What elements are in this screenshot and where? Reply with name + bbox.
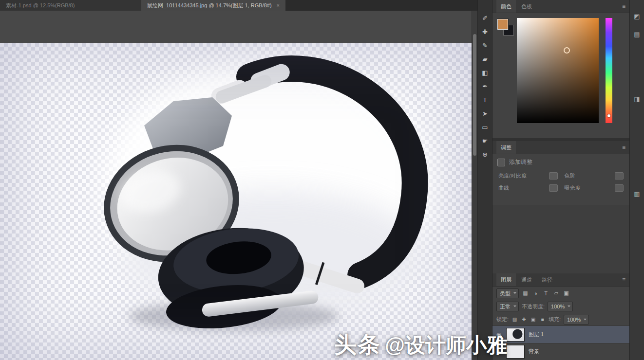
pen-tool-icon[interactable]: ✒ <box>479 81 491 92</box>
foreground-background-swatches <box>497 19 517 38</box>
document-tab-inactive-label: 素材-1.psd @ 12.5%(RGB/8) <box>6 2 75 8</box>
layer-filter-row: 类型 ▦ ◑ T ▱ ▣ <box>492 287 629 300</box>
path-selection-tool-icon[interactable]: ➤ <box>479 108 491 120</box>
lock-position-icon[interactable]: ✚ <box>521 317 527 322</box>
watermark-handle: @设计师小雅 <box>385 332 507 359</box>
tools-panel: ✐ ✚ ✎ ▰ ◧ ✒ T ➤ ▭ ☛ ⊕ <box>477 0 492 360</box>
fill-label: 填充: <box>549 316 561 323</box>
adjustment-icon <box>497 159 505 166</box>
lock-pixels-icon[interactable]: ▣ <box>530 317 536 322</box>
adjustment-item-exposure[interactable]: 曝光度 <box>565 184 624 192</box>
adjustment-item-curves[interactable]: 曲线 <box>498 184 558 192</box>
hue-slider-marker[interactable] <box>607 114 610 117</box>
tab-color[interactable]: 颜色 <box>496 0 516 13</box>
add-adjustment-row[interactable]: 添加调整 <box>492 154 629 168</box>
document-tabbar: 素材-1.psd @ 12.5%(RGB/8) 鼠绘网_10114434345.… <box>0 0 477 11</box>
layer-filter-type-select[interactable]: 类型 <box>496 288 519 298</box>
scrollbar-thumb[interactable] <box>473 34 476 156</box>
tab-paths[interactable]: 路径 <box>537 273 557 286</box>
tab-swatches[interactable]: 色板 <box>517 0 536 13</box>
watermark: 头条 @设计师小雅 <box>334 330 507 360</box>
adjustment-item-levels[interactable]: 色阶 <box>565 172 624 180</box>
layer-row-background[interactable]: ◉ 背景 <box>492 343 629 360</box>
adjustment-badge-icon <box>549 172 558 180</box>
headphones-image <box>0 43 472 360</box>
lock-label: 锁定: <box>496 316 509 323</box>
filter-adjustment-layers-icon[interactable]: ◑ <box>532 290 539 296</box>
canvas-area[interactable] <box>0 11 472 360</box>
color-panel-body <box>492 13 629 139</box>
adjustment-badge-icon <box>549 184 558 192</box>
opacity-value[interactable]: 100% <box>548 302 573 311</box>
layers-panel-header: 图层 通道 路径 ≡ <box>492 273 629 287</box>
collapsed-panel-icon-4[interactable]: ▥ <box>634 190 640 198</box>
lock-fill-row: 锁定: ▨ ✚ ▣ ■ 填充: 100% <box>492 313 629 325</box>
filter-shape-layers-icon[interactable]: ▱ <box>552 290 560 296</box>
panel-menu-icon[interactable]: ≡ <box>622 144 625 151</box>
lock-all-icon[interactable]: ■ <box>539 317 546 322</box>
adjustments-panel-header: 调整 ≡ <box>492 141 629 154</box>
photoshop-window: 素材-1.psd @ 12.5%(RGB/8) 鼠绘网_10114434345.… <box>0 0 644 360</box>
add-adjustment-label: 添加调整 <box>509 158 532 166</box>
layers-panel: 图层 通道 路径 ≡ 类型 ▦ ◑ T ▱ ▣ 正常 不透明度: 100% 锁定… <box>492 273 629 360</box>
close-icon[interactable]: × <box>277 0 280 11</box>
document-canvas[interactable] <box>0 43 472 360</box>
panel-menu-icon[interactable]: ≡ <box>622 276 625 283</box>
color-panel: 颜色 色板 ≡ <box>492 0 629 138</box>
panel-menu-icon[interactable]: ≡ <box>622 3 625 10</box>
adjustments-panel: 调整 ≡ 添加调整 亮度/对比度 色阶 曲线 <box>492 141 629 205</box>
opacity-label: 不透明度: <box>522 303 545 310</box>
filter-type-layers-icon[interactable]: T <box>542 290 549 296</box>
collapsed-panel-icon-2[interactable]: ▤ <box>634 31 640 38</box>
saturation-brightness-field[interactable] <box>517 18 599 123</box>
adjustment-item-brightness-contrast[interactable]: 亮度/对比度 <box>498 172 558 180</box>
brush-tool-icon[interactable]: ✎ <box>479 40 491 52</box>
adjustment-badge-icon <box>615 172 624 180</box>
rectangle-tool-icon[interactable]: ▭ <box>479 122 491 133</box>
hue-slider[interactable] <box>606 18 612 123</box>
lock-transparency-icon[interactable]: ▨ <box>511 317 518 322</box>
canvas-vertical-scrollbar[interactable] <box>472 11 477 360</box>
healing-brush-tool-icon[interactable]: ✚ <box>479 26 491 38</box>
adjustment-item-label: 色阶 <box>565 172 575 180</box>
tab-channels[interactable]: 通道 <box>517 273 536 286</box>
blend-mode-select[interactable]: 正常 <box>496 302 519 311</box>
eraser-tool-icon[interactable]: ▰ <box>479 54 491 65</box>
eyedropper-tool-icon[interactable]: ✐ <box>479 13 491 24</box>
adjustment-item-label: 曲线 <box>498 184 509 192</box>
document-tab-active[interactable]: 鼠绘网_10114434345.jpg @ 14.7%(图层 1, RGB/8#… <box>141 0 285 11</box>
hand-tool-icon[interactable]: ☛ <box>479 135 491 147</box>
tab-adjustments[interactable]: 调整 <box>496 141 516 154</box>
gradient-tool-icon[interactable]: ◧ <box>479 67 491 79</box>
tab-layers[interactable]: 图层 <box>496 273 516 286</box>
collapsed-panel-icon-3[interactable]: ◨ <box>634 95 640 103</box>
collapsed-panel-icon-1[interactable]: ◩ <box>634 13 640 20</box>
adjustment-item-label: 亮度/对比度 <box>498 172 527 180</box>
layer-thumbnail[interactable] <box>506 345 525 359</box>
filter-smart-objects-icon[interactable]: ▣ <box>563 290 570 296</box>
color-panel-header: 颜色 色板 ≡ <box>492 0 629 13</box>
type-tool-icon[interactable]: T <box>479 94 491 106</box>
pasteboard <box>0 11 472 43</box>
filter-pixel-layers-icon[interactable]: ▦ <box>522 290 529 296</box>
layer-row-layer-1[interactable]: ◉ 图层 1 <box>492 325 629 342</box>
color-field-marker[interactable] <box>564 47 570 54</box>
foreground-color-swatch[interactable] <box>497 19 508 30</box>
adjustment-badge-icon <box>615 184 624 192</box>
layer-name[interactable]: 图层 1 <box>529 331 544 338</box>
layer-name[interactable]: 背景 <box>529 348 539 355</box>
adjustment-presets-grid: 亮度/对比度 色阶 曲线 曝光度 <box>492 168 629 196</box>
panels-dock: 颜色 色板 ≡ 调整 ≡ <box>492 0 629 360</box>
blend-opacity-row: 正常 不透明度: 100% <box>492 300 629 313</box>
dock-empty-space <box>492 205 629 273</box>
zoom-tool-icon[interactable]: ⊕ <box>479 149 491 161</box>
watermark-logo: 头条 <box>334 330 381 360</box>
layer-thumbnail[interactable] <box>506 328 525 342</box>
fill-value[interactable]: 100% <box>564 315 589 324</box>
collapsed-panels-strip: ◩ ▤ ◨ ▥ <box>629 0 644 360</box>
document-tab-inactive[interactable]: 素材-1.psd @ 12.5%(RGB/8) <box>0 0 141 11</box>
document-tab-active-label: 鼠绘网_10114434345.jpg @ 14.7%(图层 1, RGB/8#… <box>147 0 272 11</box>
adjustment-item-label: 曝光度 <box>565 184 581 192</box>
